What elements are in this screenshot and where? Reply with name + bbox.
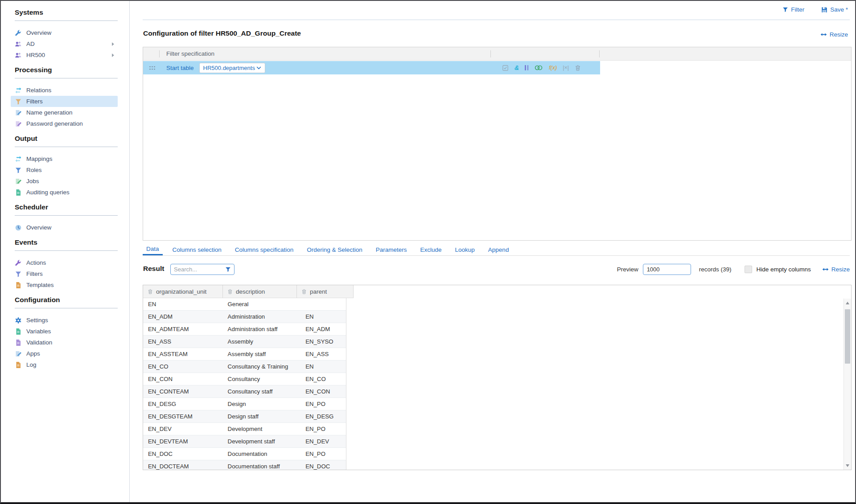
sidebar-item-label: Password generation [26, 120, 83, 127]
sidebar-item-settings[interactable]: Settings [11, 315, 118, 326]
sidebar-item-name-generation[interactable]: Name generation [11, 107, 118, 118]
delete-column-icon[interactable] [301, 289, 307, 295]
section-divider [15, 20, 118, 21]
header-divider [143, 20, 850, 20]
section-divider [15, 78, 118, 78]
table-cell: General [223, 298, 301, 310]
exclude-icon[interactable]: |×| [563, 64, 569, 72]
table-row[interactable]: EN_CONConsultancyEN_CO [143, 373, 346, 385]
sidebar-item-log[interactable]: Log [11, 359, 118, 370]
delete-column-icon[interactable] [148, 289, 153, 295]
preview-label: Preview [617, 266, 638, 273]
table-cell: EN_ASS [143, 336, 223, 348]
table-row[interactable]: ENGeneral [143, 298, 346, 311]
sidebar-section-scheduler: Scheduler Overview [15, 203, 129, 233]
sidebar-section-events: Events Actions Filters Templates [15, 238, 129, 291]
sidebar-item-filters[interactable]: Filters [11, 96, 118, 107]
sidebar-item-hr500[interactable]: HR500 [11, 49, 118, 61]
sidebar-item-roles[interactable]: Roles [11, 164, 118, 176]
table-row[interactable]: EN_DESGDesignEN_PO [143, 398, 346, 410]
sidebar-item-password-generation[interactable]: Password generation [11, 118, 118, 129]
sidebar-item-relations[interactable]: Relations [11, 85, 118, 96]
table-cell: EN_ADM [143, 311, 223, 323]
sidebar-item-variables[interactable]: Variables [11, 326, 118, 337]
sidebar-item-overview[interactable]: Overview [11, 27, 118, 38]
chevron-right-icon [112, 53, 114, 57]
sidebar-item-label: Filters [26, 98, 43, 105]
scrollbar-thumb[interactable] [845, 309, 850, 364]
sidebar-item-validation[interactable]: Validation [11, 337, 118, 348]
function-icon[interactable]: f(x) [549, 64, 557, 72]
table-row[interactable]: EN_DOCTEAMDocumentation staffEN_DOC [143, 460, 346, 470]
chevron-down-icon [256, 66, 261, 70]
table-row[interactable]: EN_ADMAdministrationEN [143, 311, 346, 323]
table-row[interactable]: EN_ASSTEAMAssembly staffEN_ASS [143, 348, 346, 361]
column-header-description[interactable]: description [223, 285, 297, 298]
sidebar-item-scheduler-overview[interactable]: Overview [11, 222, 118, 233]
sidebar-item-label: Auditing queries [26, 189, 70, 196]
tab-lookup[interactable]: Lookup [452, 244, 478, 255]
funnel-icon [15, 270, 22, 278]
link-icon[interactable] [534, 64, 543, 72]
sidebar-item-events-filters[interactable]: Filters [11, 268, 118, 279]
start-table-row[interactable]: Start table HR500.departments & f(x) |×| [143, 61, 600, 74]
tab-data[interactable]: Data [143, 244, 163, 255]
scroll-up-icon[interactable] [846, 302, 849, 304]
sidebar-item-jobs[interactable]: Jobs [11, 176, 118, 187]
tab-ordering-selection[interactable]: Ordering & Selection [303, 244, 366, 255]
filter-button[interactable]: Filter [782, 6, 804, 13]
table-row[interactable]: EN_DOCDocumentationEN_PO [143, 448, 346, 460]
resize-panel-button[interactable]: Resize [820, 31, 848, 38]
gear-icon [15, 317, 22, 324]
sidebar-item-mappings[interactable]: Mappings [11, 153, 118, 164]
tab-columns-specification[interactable]: Columns specification [231, 244, 297, 255]
resize-button-label: Resize [830, 31, 848, 38]
save-button[interactable]: Save * [821, 6, 848, 13]
search-funnel-icon[interactable] [225, 266, 231, 272]
table-row[interactable]: EN_DESGTEAMDesign staffEN_DESG [143, 410, 346, 423]
chevron-right-icon [112, 42, 114, 46]
column-label: description [236, 288, 265, 295]
table-cell: EN_PO [300, 448, 346, 460]
header-divider [490, 50, 491, 57]
table-row[interactable]: EN_DEVDevelopmentEN_PO [143, 423, 346, 435]
row-toolbar: & f(x) |×| [502, 61, 581, 74]
section-title: Processing [15, 66, 129, 74]
hide-empty-columns-checkbox[interactable] [745, 266, 752, 273]
table-row[interactable]: EN_ADMTEAMAdministration staffEN_ADM [143, 323, 346, 336]
and-operator-icon[interactable]: & [514, 64, 519, 72]
sidebar-item-label: Variables [26, 328, 51, 335]
table-cell: EN_DESG [300, 410, 346, 422]
vertical-scrollbar[interactable] [844, 299, 851, 470]
column-header-organizational-unit[interactable]: organizational_unit [143, 285, 223, 298]
sidebar-item-apps[interactable]: Apps [11, 348, 118, 359]
arrows-icon [15, 87, 22, 94]
trash-icon[interactable] [575, 64, 581, 72]
scroll-down-icon[interactable] [846, 464, 849, 467]
drag-handle-icon[interactable] [149, 66, 156, 70]
sidebar-item-auditing-queries[interactable]: Auditing queries [11, 187, 118, 198]
tab-columns-selection[interactable]: Columns selection [169, 244, 225, 255]
search-input[interactable] [174, 266, 225, 273]
sidebar-item-templates[interactable]: Templates [11, 279, 118, 291]
table-row[interactable]: EN_ASSAssemblyEN_SYSO [143, 336, 346, 348]
tab-exclude[interactable]: Exclude [417, 244, 445, 255]
sidebar-section-systems: Systems Overview AD HR500 [15, 8, 129, 61]
preview-count-input[interactable] [643, 264, 691, 275]
wrench-icon [15, 259, 22, 266]
column-header-parent[interactable]: parent [297, 285, 354, 298]
condition-checkbox-icon[interactable] [502, 64, 509, 72]
table-row[interactable]: EN_COConsultancy & TrainingEN [143, 361, 346, 373]
resize-result-button[interactable]: Resize [822, 266, 850, 273]
tab-append[interactable]: Append [485, 244, 513, 255]
sidebar-item-actions[interactable]: Actions [11, 257, 118, 268]
table-row[interactable]: EN_DEVTEAMDevelopment staffEN_DEV [143, 435, 346, 448]
or-operator-icon[interactable] [525, 64, 528, 72]
sidebar-item-ad[interactable]: AD [11, 38, 118, 49]
table-cell: EN_DOC [300, 460, 346, 470]
delete-column-icon[interactable] [227, 289, 233, 295]
sidebar-item-label: AD [26, 41, 35, 47]
start-table-select[interactable]: HR500.departments [199, 63, 265, 73]
table-row[interactable]: EN_CONTEAMConsultancy staffEN_CON [143, 385, 346, 398]
tab-parameters[interactable]: Parameters [372, 244, 411, 255]
